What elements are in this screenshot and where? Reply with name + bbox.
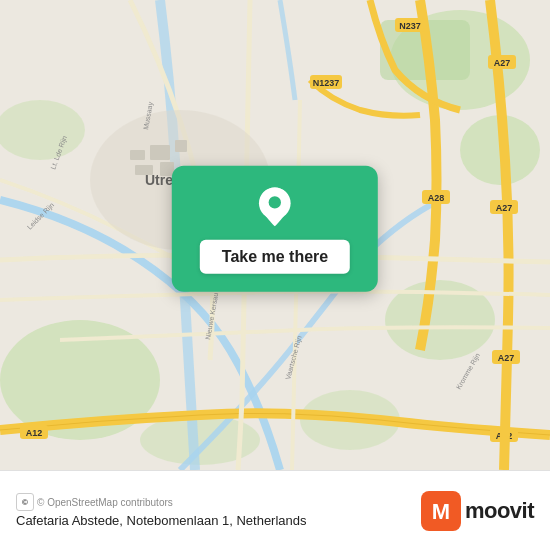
svg-text:N1237: N1237 <box>313 78 340 88</box>
svg-text:N237: N237 <box>399 21 421 31</box>
svg-rect-34 <box>150 145 170 160</box>
svg-text:A27: A27 <box>498 353 515 363</box>
svg-text:A12: A12 <box>26 428 43 438</box>
svg-text:A28: A28 <box>428 193 445 203</box>
svg-text:M: M <box>432 499 450 524</box>
footer-left: © © OpenStreetMap contributors Cafetaria… <box>16 493 307 528</box>
overlay-card: Take me there <box>172 166 378 292</box>
moovit-text: moovit <box>465 498 534 524</box>
moovit-logo: M moovit <box>421 491 534 531</box>
osm-credit-text: © OpenStreetMap contributors <box>37 497 173 508</box>
moovit-m-icon: M <box>421 491 461 531</box>
location-pin-icon <box>253 186 297 230</box>
svg-rect-35 <box>175 140 187 152</box>
take-me-there-button[interactable]: Take me there <box>200 240 350 274</box>
place-name: Cafetaria Abstede, Notebomenlaan 1, Neth… <box>16 513 307 528</box>
svg-rect-36 <box>135 165 153 175</box>
osm-logo: © <box>16 493 34 511</box>
svg-rect-33 <box>130 150 145 160</box>
footer: © © OpenStreetMap contributors Cafetaria… <box>0 470 550 550</box>
svg-point-39 <box>269 196 281 208</box>
svg-text:A27: A27 <box>494 58 511 68</box>
svg-text:A27: A27 <box>496 203 513 213</box>
map-container: A12 A12 A27 A27 A27 A28 N237 N1237 <box>0 0 550 470</box>
osm-credit: © © OpenStreetMap contributors <box>16 493 307 511</box>
